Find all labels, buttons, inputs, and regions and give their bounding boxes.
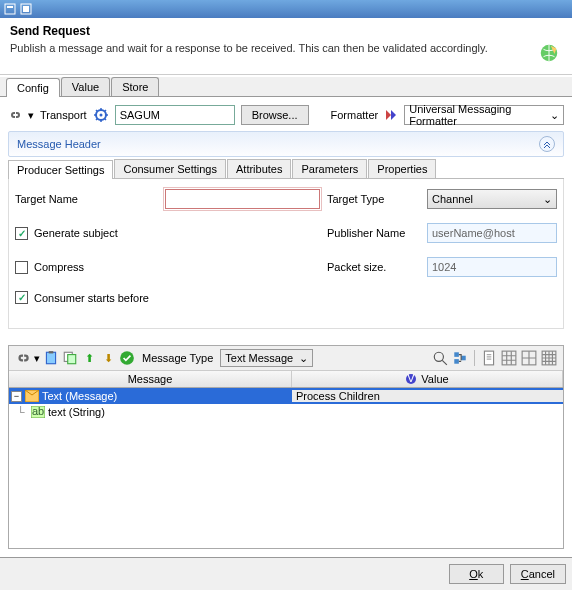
subtab-parameters[interactable]: Parameters <box>292 159 367 178</box>
header-subtabs: Producer Settings Consumer Settings Attr… <box>8 159 564 179</box>
producer-form: Target Name Target Type Channel ⌄ Genera… <box>8 179 564 329</box>
chevron-down-icon: ⌄ <box>550 109 559 122</box>
copy-icon[interactable] <box>62 350 78 366</box>
consumer-starts-checkbox[interactable] <box>15 291 28 304</box>
packet-size-input[interactable] <box>427 257 557 277</box>
message-node-icon <box>25 390 39 402</box>
root-value: Process Children <box>292 390 563 402</box>
tree-root-row[interactable]: − Text (Message) Process Children <box>9 388 563 404</box>
arrow-up-icon[interactable]: ⬆ <box>81 350 97 366</box>
subtab-consumer[interactable]: Consumer Settings <box>114 159 226 178</box>
svg-point-11 <box>434 352 443 361</box>
svg-point-5 <box>99 114 102 117</box>
title-bar <box>0 0 572 18</box>
main-tabs: Config Value Store <box>0 77 572 97</box>
tab-store[interactable]: Store <box>111 77 159 96</box>
collapse-node-icon[interactable]: − <box>11 391 22 402</box>
subtab-producer[interactable]: Producer Settings <box>8 160 113 179</box>
generate-subject-checkbox[interactable] <box>15 227 28 240</box>
section-title: Message Header <box>17 138 101 150</box>
grid-medium-icon[interactable] <box>521 350 537 366</box>
titlebar-icon-2 <box>20 3 32 15</box>
link-icon[interactable] <box>15 350 31 366</box>
svg-rect-16 <box>502 351 516 365</box>
arrow-down-icon[interactable]: ⬇ <box>100 350 116 366</box>
target-type-select[interactable]: Channel ⌄ <box>427 189 557 209</box>
header-globe-icon <box>538 42 560 64</box>
svg-rect-9 <box>68 355 76 364</box>
svg-rect-1 <box>7 6 13 8</box>
message-type-select[interactable]: Text Message ⌄ <box>220 349 313 367</box>
col-value: V Value <box>292 371 563 387</box>
compress-checkbox[interactable] <box>15 261 28 274</box>
link-icon <box>8 108 22 122</box>
config-body: ▾ Transport Browse... Formatter Universa… <box>0 97 572 337</box>
view-tools <box>432 350 557 366</box>
document-icon[interactable] <box>481 350 497 366</box>
publisher-name-input[interactable] <box>427 223 557 243</box>
target-type-value: Channel <box>432 193 473 205</box>
paste-icon[interactable] <box>43 350 59 366</box>
chevron-down-icon: ⌄ <box>543 193 552 206</box>
dialog-description: Publish a message and wait for a respons… <box>10 42 562 54</box>
target-name-input[interactable] <box>165 189 320 209</box>
formatter-icon <box>384 108 398 122</box>
string-node-icon: ab <box>31 406 45 418</box>
message-panel: ▾ ⬆ ⬇ Message Type Text Message ⌄ Messag… <box>8 345 564 549</box>
dialog-title: Send Request <box>10 24 562 38</box>
transport-label: Transport <box>40 109 87 121</box>
consumer-starts-label: Consumer starts before <box>34 292 149 304</box>
tree-header: Message V Value <box>9 371 563 388</box>
formatter-value: Universal Messaging Formatter <box>409 103 550 127</box>
value-column-icon: V <box>405 373 417 385</box>
chevron-down-icon: ⌄ <box>299 352 308 365</box>
message-type-value: Text Message <box>225 352 293 364</box>
generate-subject-label: Generate subject <box>34 227 118 239</box>
tab-config[interactable]: Config <box>6 78 60 97</box>
collapse-button[interactable] <box>539 136 555 152</box>
subtab-properties[interactable]: Properties <box>368 159 436 178</box>
svg-rect-15 <box>484 351 493 365</box>
svg-rect-12 <box>454 352 459 357</box>
formatter-select[interactable]: Universal Messaging Formatter ⌄ <box>404 105 564 125</box>
svg-text:ab: ab <box>32 406 44 417</box>
transport-input[interactable] <box>115 105 235 125</box>
child-node-label: text (String) <box>48 406 105 418</box>
packet-size-label: Packet size. <box>327 261 427 273</box>
message-toolbar: ▾ ⬆ ⬇ Message Type Text Message ⌄ <box>9 346 563 371</box>
dropdown-arrow-icon[interactable]: ▾ <box>34 352 40 365</box>
svg-rect-7 <box>49 351 54 353</box>
root-node-label: Text (Message) <box>42 390 117 402</box>
tab-value[interactable]: Value <box>61 77 110 96</box>
target-type-label: Target Type <box>327 193 427 205</box>
svg-rect-14 <box>461 356 466 361</box>
target-name-label: Target Name <box>15 193 165 205</box>
subtab-attributes[interactable]: Attributes <box>227 159 291 178</box>
dialog-footer: Ok Cancel <box>0 557 572 590</box>
col-message: Message <box>9 371 292 387</box>
message-header-section: Message Header <box>8 131 564 157</box>
gear-icon <box>93 107 109 123</box>
tree-area[interactable]: − Text (Message) Process Children └ ab t… <box>9 388 563 548</box>
zoom-icon[interactable] <box>432 350 448 366</box>
header-panel: Send Request Publish a message and wait … <box>0 18 572 75</box>
svg-rect-13 <box>454 359 459 364</box>
compress-label: Compress <box>34 261 84 273</box>
cancel-button[interactable]: Cancel <box>510 564 566 584</box>
tree-child-row[interactable]: └ ab text (String) <box>9 404 563 420</box>
grid-small-icon[interactable] <box>541 350 557 366</box>
svg-rect-0 <box>5 4 15 14</box>
svg-text:V: V <box>408 373 416 384</box>
transport-row: ▾ Transport Browse... Formatter Universa… <box>8 105 564 125</box>
tree-expand-icon[interactable] <box>452 350 468 366</box>
dropdown-arrow-icon[interactable]: ▾ <box>28 109 34 122</box>
valid-icon[interactable] <box>119 350 135 366</box>
tree-elbow-icon: └ <box>11 406 31 418</box>
publisher-name-label: Publisher Name <box>327 227 427 239</box>
ok-button[interactable]: Ok <box>449 564 504 584</box>
titlebar-icon-1 <box>4 3 16 15</box>
formatter-label: Formatter <box>331 109 379 121</box>
browse-button[interactable]: Browse... <box>241 105 309 125</box>
grid-large-icon[interactable] <box>501 350 517 366</box>
message-type-label: Message Type <box>142 352 213 364</box>
